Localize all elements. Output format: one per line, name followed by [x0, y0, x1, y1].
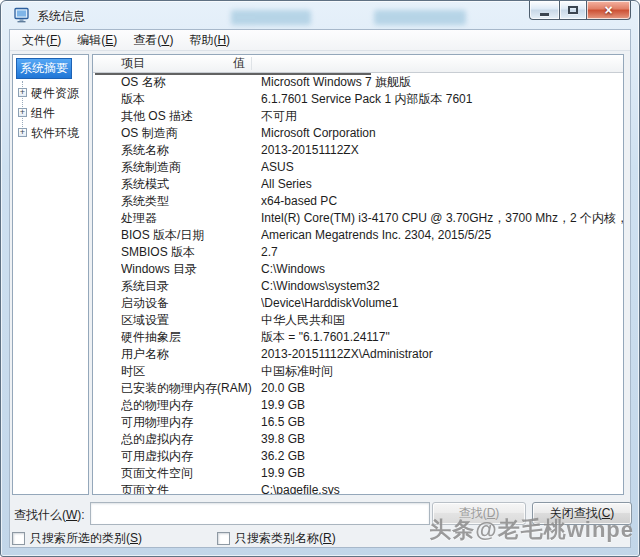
table-row[interactable]: 时区 中国标准时间 [93, 363, 623, 380]
value-cell: 20.0 GB [261, 380, 623, 397]
close-button[interactable]: × [587, 1, 631, 20]
value-cell: All Series [261, 176, 623, 193]
item-cell: BIOS 版本/日期 [121, 227, 261, 244]
minimize-icon [540, 13, 549, 16]
table-row[interactable]: BIOS 版本/日期 American Megatrends Inc. 2304… [93, 227, 623, 244]
table-row[interactable]: 硬件抽象层 版本 = "6.1.7601.24117" [93, 329, 623, 346]
checkbox-selected-category-label: 只搜索所选的类别(S) [30, 530, 142, 547]
value-cell: 19.9 GB [261, 465, 623, 482]
window-controls: × [529, 1, 631, 20]
value-cell: Microsoft Windows 7 旗舰版 [261, 74, 623, 91]
item-cell: 可用物理内存 [121, 414, 261, 431]
value-cell: Intel(R) Core(TM) i3-4170 CPU @ 3.70GHz，… [261, 210, 623, 227]
item-cell: 系统目录 [121, 278, 261, 295]
table-row[interactable]: Windows 目录 C:\Windows [93, 261, 623, 278]
table-row[interactable]: 系统模式 All Series [93, 176, 623, 193]
expand-plus-icon[interactable]: + [18, 128, 27, 137]
item-cell: 已安装的物理内存(RAM) [121, 380, 261, 397]
menu-file[interactable]: 文件(F) [14, 30, 69, 51]
checkbox-category-names-label: 只搜索类别名称(R) [235, 530, 336, 547]
value-cell: C:\Windows\system32 [261, 278, 623, 295]
watermark-text: 头条@老毛桃winpe [429, 515, 634, 545]
table-row[interactable]: 系统名称 2013-20151112ZX [93, 142, 623, 159]
value-cell: C:\Windows [261, 261, 623, 278]
value-cell: 不可用 [261, 108, 623, 125]
table-row[interactable]: 用户名称 2013-20151112ZX\Administrator [93, 346, 623, 363]
sidebar-item-system-summary[interactable]: 系统摘要 [16, 58, 72, 79]
item-cell: 处理器 [121, 210, 261, 227]
item-cell: 系统模式 [121, 176, 261, 193]
value-cell: 16.5 GB [261, 414, 623, 431]
item-cell: SMBIOS 版本 [121, 244, 261, 261]
table-row[interactable]: SMBIOS 版本 2.7 [93, 244, 623, 261]
blur-redaction [231, 10, 311, 25]
table-header: 项目 值 [93, 55, 623, 73]
menu-edit[interactable]: 编辑(E) [69, 30, 125, 51]
item-cell: OS 制造商 [121, 125, 261, 142]
table-body: OS 名称 Microsoft Windows 7 旗舰版 版本 6.1.760… [93, 74, 623, 494]
table-row[interactable]: 版本 6.1.7601 Service Pack 1 内部版本 7601 [93, 91, 623, 108]
table-row[interactable]: 系统目录 C:\Windows\system32 [93, 278, 623, 295]
find-input[interactable] [90, 502, 430, 525]
table-row[interactable]: 区域设置 中华人民共和国 [93, 312, 623, 329]
table-row[interactable]: 系统类型 x64-based PC [93, 193, 623, 210]
value-cell: 2013-20151112ZX [261, 142, 623, 159]
column-header-item[interactable]: 项目 [93, 55, 233, 72]
value-cell: 2013-20151112ZX\Administrator [261, 346, 623, 363]
sidebar-item[interactable]: +组件 [13, 103, 88, 123]
value-cell: 6.1.7601 Service Pack 1 内部版本 7601 [261, 91, 623, 108]
table-row[interactable]: OS 制造商 Microsoft Corporation [93, 125, 623, 142]
item-cell: 总的物理内存 [121, 397, 261, 414]
value-cell: 中国标准时间 [261, 363, 623, 380]
table-row[interactable]: 总的虚拟内存 39.8 GB [93, 431, 623, 448]
minimize-button[interactable] [529, 1, 559, 20]
table-row[interactable]: OS 名称 Microsoft Windows 7 旗舰版 [93, 74, 623, 91]
sidebar-item[interactable]: +硬件资源 [13, 83, 88, 103]
system-info-window: 系统信息 × 文件(F) 编辑(E) 查看(V) 帮助(H) 系统摘要 +硬件资… [0, 0, 640, 557]
table-row[interactable]: 系统制造商 ASUS [93, 159, 623, 176]
item-cell: 启动设备 [121, 295, 261, 312]
expand-plus-icon[interactable]: + [18, 88, 27, 97]
item-cell: OS 名称 [121, 74, 261, 91]
menu-help[interactable]: 帮助(H) [181, 30, 238, 51]
item-cell: 页面文件 [121, 482, 261, 495]
maximize-icon [568, 6, 578, 14]
item-cell: 用户名称 [121, 346, 261, 363]
menu-bar: 文件(F) 编辑(E) 查看(V) 帮助(H) [10, 30, 630, 51]
item-cell: 总的虚拟内存 [121, 431, 261, 448]
table-row[interactable]: 其他 OS 描述 不可用 [93, 108, 623, 125]
system-info-app-icon [14, 7, 30, 23]
menu-view[interactable]: 查看(V) [125, 30, 181, 51]
table-row[interactable]: 页面文件 C:\pagefile.sys [93, 482, 623, 495]
item-cell: 系统名称 [121, 142, 261, 159]
table-row[interactable]: 可用物理内存 16.5 GB [93, 414, 623, 431]
table-row[interactable]: 已安装的物理内存(RAM) 20.0 GB [93, 380, 623, 397]
maximize-button[interactable] [559, 1, 587, 20]
value-cell: ASUS [261, 159, 623, 176]
value-cell: American Megatrends Inc. 2304, 2015/5/25 [261, 227, 623, 244]
value-cell: 中华人民共和国 [261, 312, 623, 329]
table-row[interactable]: 处理器 Intel(R) Core(TM) i3-4170 CPU @ 3.70… [93, 210, 623, 227]
value-cell: 19.9 GB [261, 397, 623, 414]
item-cell: 硬件抽象层 [121, 329, 261, 346]
table-row[interactable]: 启动设备 \Device\HarddiskVolume1 [93, 295, 623, 312]
value-cell: x64-based PC [261, 193, 623, 210]
sidebar-item[interactable]: +软件环境 [13, 123, 88, 143]
expand-plus-icon[interactable]: + [18, 108, 27, 117]
table-row[interactable]: 总的物理内存 19.9 GB [93, 397, 623, 414]
value-cell: 版本 = "6.1.7601.24117" [261, 329, 623, 346]
item-cell: 其他 OS 描述 [121, 108, 261, 125]
checkbox-category-names[interactable] [217, 532, 230, 545]
item-cell: 系统制造商 [121, 159, 261, 176]
value-cell: 36.2 GB [261, 448, 623, 465]
value-cell: Microsoft Corporation [261, 125, 623, 142]
table-row[interactable]: 可用虚拟内存 36.2 GB [93, 448, 623, 465]
column-header-value[interactable]: 值 [233, 55, 623, 72]
table-row[interactable]: 页面文件空间 19.9 GB [93, 465, 623, 482]
checkbox-selected-category[interactable] [12, 532, 25, 545]
item-cell: 版本 [121, 91, 261, 108]
client-area: 文件(F) 编辑(E) 查看(V) 帮助(H) 系统摘要 +硬件资源 +组件 [9, 29, 631, 548]
summary-table-panel: 项目 值 OS 名称 Microsoft Windows 7 旗舰版 版本 6.… [92, 54, 624, 495]
value-cell: 39.8 GB [261, 431, 623, 448]
value-cell: C:\pagefile.sys [261, 482, 623, 495]
